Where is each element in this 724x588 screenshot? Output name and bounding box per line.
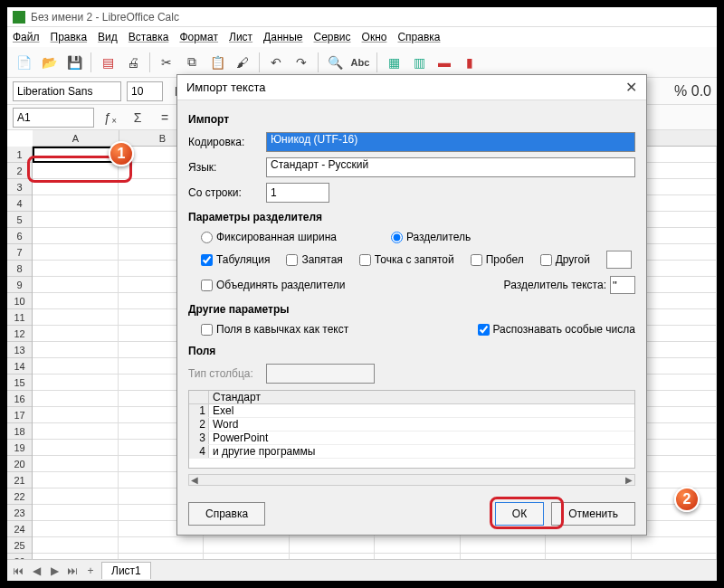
print-icon[interactable]: 🖨 (122, 52, 144, 73)
menu-insert[interactable]: Вставка (129, 31, 169, 43)
tab-last-icon[interactable]: ⏭ (65, 564, 80, 577)
row-header[interactable]: 19 (7, 440, 32, 456)
col-icon[interactable]: ▥ (408, 52, 430, 73)
font-size-combo[interactable] (127, 81, 163, 101)
menu-help[interactable]: Справка (397, 31, 440, 43)
preview-scrollbar[interactable]: ◀▶ (188, 474, 635, 486)
row-header[interactable]: 8 (7, 261, 32, 277)
row-header[interactable]: 23 (7, 505, 32, 521)
brush-icon[interactable]: 🖌 (232, 52, 253, 73)
cell-reference-input[interactable] (13, 108, 94, 128)
del-row-icon[interactable]: ▬ (433, 52, 455, 73)
del-col-icon[interactable]: ▮ (459, 52, 481, 73)
menu-format[interactable]: Формат (179, 31, 218, 43)
row-header[interactable]: 11 (7, 309, 32, 326)
help-button[interactable]: Справка (188, 502, 265, 526)
redo-icon[interactable]: ↷ (291, 52, 312, 73)
checkbox-tab[interactable]: Табуляция (201, 253, 270, 266)
col-header[interactable]: A (33, 130, 119, 146)
annotation-callout-1: 1 (109, 141, 134, 166)
row-header[interactable]: 2 (7, 163, 32, 179)
row-header[interactable]: 20 (7, 456, 32, 472)
row-icon[interactable]: ▦ (383, 52, 405, 73)
row-header[interactable]: 26 (7, 554, 32, 559)
row-header[interactable]: 4 (7, 195, 32, 212)
checkbox-space[interactable]: Пробел (471, 253, 524, 266)
row-header[interactable]: 5 (7, 212, 32, 228)
row-header[interactable]: 7 (7, 244, 32, 261)
menu-file[interactable]: Файл (13, 31, 40, 43)
row-header[interactable]: 6 (7, 228, 32, 244)
menu-view[interactable]: Вид (98, 31, 118, 43)
language-select[interactable]: Стандарт - Русский (266, 157, 635, 177)
find-icon[interactable]: 🔍 (324, 52, 346, 73)
row-header[interactable]: 14 (7, 358, 32, 375)
font-name-combo[interactable] (13, 81, 121, 101)
sum-icon[interactable]: Σ (127, 107, 148, 128)
section-separator: Параметры разделителя (188, 211, 635, 223)
tab-first-icon[interactable]: ⏮ (11, 564, 25, 577)
annotation-callout-2: 2 (674, 487, 700, 512)
fx-icon[interactable]: ƒₓ (100, 107, 121, 128)
preview-row[interactable]: 2Word (189, 418, 634, 432)
sheet-tab[interactable]: Лист1 (101, 562, 151, 579)
menu-data[interactable]: Данные (263, 31, 302, 43)
checkbox-comma[interactable]: Запятая (286, 253, 342, 266)
tab-add-icon[interactable]: + (83, 564, 98, 577)
radio-fixed-width[interactable]: Фиксированная ширина (201, 231, 337, 243)
section-fields: Поля (188, 345, 635, 357)
from-row-input[interactable] (266, 183, 329, 203)
radio-delimiter[interactable]: Разделитель (391, 231, 471, 243)
row-header[interactable]: 18 (7, 423, 32, 440)
column-type-select[interactable] (266, 364, 375, 384)
encoding-select[interactable]: Юникод (UTF-16) (266, 132, 635, 152)
cancel-button[interactable]: Отменить (551, 502, 635, 526)
pdf-icon[interactable]: ▤ (97, 52, 119, 73)
row-header[interactable]: 12 (7, 326, 32, 342)
row-header[interactable]: 21 (7, 472, 32, 488)
preview-row[interactable]: 1Exel (189, 404, 634, 418)
row-header[interactable]: 17 (7, 407, 32, 423)
row-header[interactable]: 25 (7, 537, 32, 554)
tab-next-icon[interactable]: ▶ (47, 564, 62, 577)
encoding-label: Кодировка: (188, 136, 259, 148)
row-header[interactable]: 1 (7, 147, 32, 163)
close-icon[interactable]: ✕ (625, 79, 637, 96)
row-header[interactable]: 15 (7, 375, 32, 391)
app-icon (13, 11, 25, 24)
cut-icon[interactable]: ✂ (156, 52, 177, 73)
tab-prev-icon[interactable]: ◀ (29, 564, 43, 577)
preview-row[interactable]: 4и другие программы (189, 445, 634, 459)
preview-row[interactable]: 3PowerPoint (189, 432, 634, 445)
other-delimiter-input[interactable] (606, 251, 632, 269)
checkbox-detect-special[interactable]: Распознавать особые числа (478, 323, 635, 336)
section-other: Другие параметры (188, 303, 635, 316)
new-icon[interactable]: 📄 (13, 52, 34, 73)
paste-icon[interactable]: 📋 (206, 52, 228, 73)
copy-icon[interactable]: ⧉ (181, 52, 203, 73)
undo-icon[interactable]: ↶ (265, 52, 287, 73)
row-header[interactable]: 10 (7, 293, 32, 309)
preview-grid[interactable]: Стандарт 1Exel2Word3PowerPoint4и другие … (188, 390, 635, 469)
ok-button[interactable]: ОК (495, 502, 544, 526)
row-header[interactable]: 9 (7, 277, 32, 293)
row-header[interactable]: 3 (7, 179, 32, 195)
row-header[interactable]: 24 (7, 521, 32, 537)
menu-edit[interactable]: Правка (51, 31, 88, 43)
row-header[interactable]: 22 (7, 488, 32, 505)
text-delimiter-input[interactable] (610, 276, 635, 294)
checkbox-merge-delimiters[interactable]: Объединять разделители (201, 279, 345, 291)
open-icon[interactable]: 📂 (38, 52, 60, 73)
menu-sheet[interactable]: Лист (229, 31, 252, 43)
equals-icon[interactable]: = (154, 107, 176, 128)
menu-window[interactable]: Окно (362, 31, 387, 43)
checkbox-semicolon[interactable]: Точка с запятой (359, 253, 454, 266)
spell-icon[interactable]: Abc (349, 52, 371, 73)
row-header[interactable]: 13 (7, 342, 32, 358)
save-icon[interactable]: 💾 (63, 52, 85, 73)
checkbox-quoted-as-text[interactable]: Поля в кавычках как текст (201, 323, 348, 336)
menu-tools[interactable]: Сервис (313, 31, 350, 43)
checkbox-other[interactable]: Другой (540, 253, 590, 266)
language-label: Язык: (188, 161, 259, 174)
row-header[interactable]: 16 (7, 391, 32, 407)
